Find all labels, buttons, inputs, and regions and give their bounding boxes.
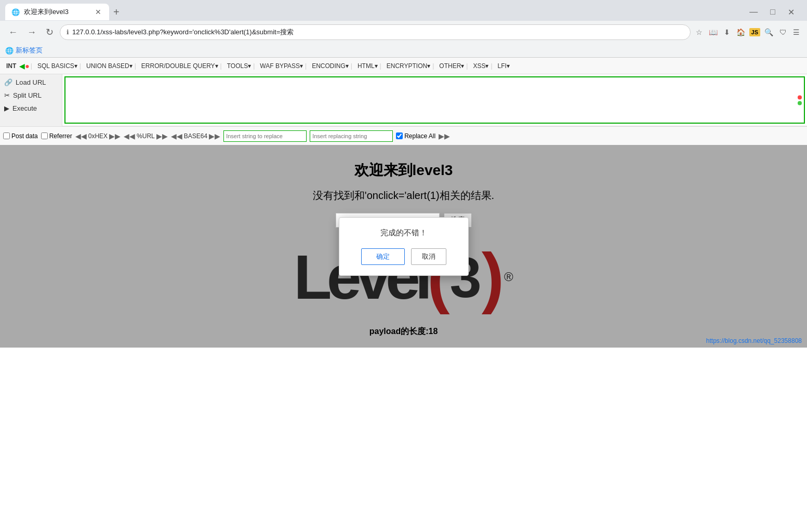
sep7: |: [350, 62, 353, 70]
reader-view-button[interactable]: 📖: [707, 26, 720, 38]
dialog-ok-button[interactable]: 确定: [361, 248, 405, 265]
encode-bar: Post data Referrer ◀◀ 0xHEX ▶▶ ◀◀ %URL ▶…: [0, 126, 807, 145]
dialog-overlay: 完成的不错！ 确定 取消: [0, 145, 807, 348]
execute-label: Execute: [12, 104, 37, 112]
hex-arrow-left: ◀◀: [75, 132, 87, 140]
html-menu[interactable]: HTML▾: [353, 60, 379, 72]
referrer-checkbox[interactable]: [41, 132, 48, 139]
window-minimize-button[interactable]: —: [746, 5, 761, 19]
load-url-item[interactable]: 🔗 Load URL: [0, 76, 62, 88]
base64-arrow-left: ◀◀: [171, 132, 182, 140]
dialog-message: 完成的不错！: [380, 228, 427, 238]
load-url-label: Load URL: [16, 78, 46, 86]
replace-all-checkbox-item[interactable]: Replace All: [396, 132, 435, 140]
base64-label: BASE64: [184, 132, 207, 140]
sql-basics-menu[interactable]: SQL BASICS▾: [33, 60, 78, 72]
insert-replace-input[interactable]: [223, 130, 307, 142]
split-url-label: Split URL: [13, 91, 42, 99]
encryption-menu[interactable]: ENCRYPTION▾: [382, 60, 431, 72]
load-url-icon: 🔗: [4, 78, 12, 86]
xss-menu[interactable]: XSS▾: [469, 60, 490, 72]
url-label: %URL: [137, 132, 155, 140]
sep11: |: [490, 62, 493, 70]
status-dot-red: [798, 95, 802, 99]
post-data-checkbox-item[interactable]: Post data: [3, 132, 38, 140]
url-bar: ℹ 127.0.0.1/xss-labs/level3.php?keyword=…: [60, 24, 691, 40]
url-arrow-left: ◀◀: [124, 132, 135, 140]
tab-title: 欢迎来到level3: [24, 7, 89, 17]
replace-execute-arrow: ▶▶: [439, 132, 450, 140]
sep2: |: [78, 62, 82, 70]
page-content: 欢迎来到level3 没有找到和'onclick='alert(1)相关的结果.…: [0, 145, 807, 348]
bookmark-star-button[interactable]: ☆: [694, 26, 705, 38]
editor-status-dots: [798, 95, 802, 105]
indicator-right: ●: [25, 62, 29, 70]
base64-arrow-right: ▶▶: [209, 132, 220, 140]
sep3: |: [134, 62, 137, 70]
sep1: |: [30, 62, 33, 70]
execute-item[interactable]: ▶ Execute: [0, 102, 62, 114]
error-double-menu[interactable]: ERROR/DOUBLE QUERY▾: [137, 60, 219, 72]
browser-tab[interactable]: 🌐 欢迎来到level3 ✕: [5, 4, 109, 20]
main-toolbar: INT ◀ ● | SQL BASICS▾ | UNION BASED▾ | E…: [0, 58, 807, 74]
hex-arrow-right: ▶▶: [109, 132, 121, 140]
forward-button[interactable]: →: [24, 25, 39, 40]
menu-button[interactable]: ☰: [791, 26, 802, 38]
sidebar: 🔗 Load URL ✂ Split URL ▶ Execute: [0, 74, 62, 126]
alert-dialog: 完成的不错！ 确定 取消: [339, 217, 469, 276]
url-text: 127.0.0.1/xss-labs/level3.php?keyword='o…: [72, 28, 684, 37]
tools-menu[interactable]: TOOLS▾: [223, 60, 252, 72]
dialog-cancel-button[interactable]: 取消: [411, 248, 446, 265]
int-label: INT: [3, 60, 19, 72]
sep9: |: [431, 62, 435, 70]
footer-url: https://blog.csdn.net/qq_52358808: [706, 337, 802, 344]
sep4: |: [219, 62, 223, 70]
tab-favicon: 🌐: [11, 8, 20, 16]
window-maximize-button[interactable]: □: [767, 5, 778, 19]
new-tab-link[interactable]: 🌐 新标签页: [5, 46, 802, 55]
insert-replacing-input[interactable]: [310, 130, 393, 142]
other-menu[interactable]: OTHER▾: [435, 60, 465, 72]
url-info-icon: ℹ: [67, 29, 69, 36]
window-close-button[interactable]: ✕: [785, 5, 798, 19]
shield-button[interactable]: 🛡: [777, 26, 789, 38]
download-button[interactable]: ⬇: [722, 26, 732, 38]
indicator-left: ◀: [19, 62, 25, 70]
waf-bypass-menu[interactable]: WAF BYPASS▾: [256, 60, 304, 72]
referrer-checkbox-item[interactable]: Referrer: [41, 132, 72, 140]
replace-all-checkbox[interactable]: [396, 132, 403, 139]
union-based-menu[interactable]: UNION BASED▾: [82, 60, 134, 72]
url-encode-item[interactable]: ◀◀ %URL ▶▶: [124, 132, 168, 140]
split-url-icon: ✂: [4, 91, 10, 99]
new-tab-label: 新标签页: [16, 46, 43, 55]
hex-label: 0xHEX: [88, 132, 108, 140]
home-button[interactable]: 🏠: [734, 26, 747, 38]
dialog-buttons: 确定 取消: [361, 248, 446, 265]
encoding-menu[interactable]: ENCODING▾: [308, 60, 350, 72]
split-url-item[interactable]: ✂ Split URL: [0, 89, 62, 101]
status-dot-green: [798, 101, 802, 105]
zoom-button[interactable]: 🔍: [762, 26, 775, 38]
tab-close-button[interactable]: ✕: [94, 7, 103, 17]
new-tab-button[interactable]: +: [109, 6, 124, 18]
referrer-label: Referrer: [49, 132, 72, 140]
hex-encode-item[interactable]: ◀◀ 0xHEX ▶▶: [75, 132, 121, 140]
post-data-label: Post data: [11, 132, 38, 140]
execute-icon: ▶: [4, 104, 9, 112]
globe-icon: 🌐: [5, 47, 14, 55]
sep6: |: [304, 62, 308, 70]
sep10: |: [465, 62, 469, 70]
base64-encode-item[interactable]: ◀◀ BASE64 ▶▶: [171, 132, 220, 140]
editor-textarea[interactable]: [65, 77, 804, 123]
sep5: |: [252, 62, 256, 70]
back-button[interactable]: ←: [5, 25, 21, 40]
js-badge: JS: [749, 28, 760, 36]
post-data-checkbox[interactable]: [3, 132, 10, 139]
refresh-button[interactable]: ↻: [43, 24, 57, 40]
url-arrow-right: ▶▶: [156, 132, 168, 140]
replace-all-label: Replace All: [404, 132, 435, 140]
lfi-menu[interactable]: LFI▾: [494, 60, 511, 72]
sep8: |: [379, 62, 382, 70]
